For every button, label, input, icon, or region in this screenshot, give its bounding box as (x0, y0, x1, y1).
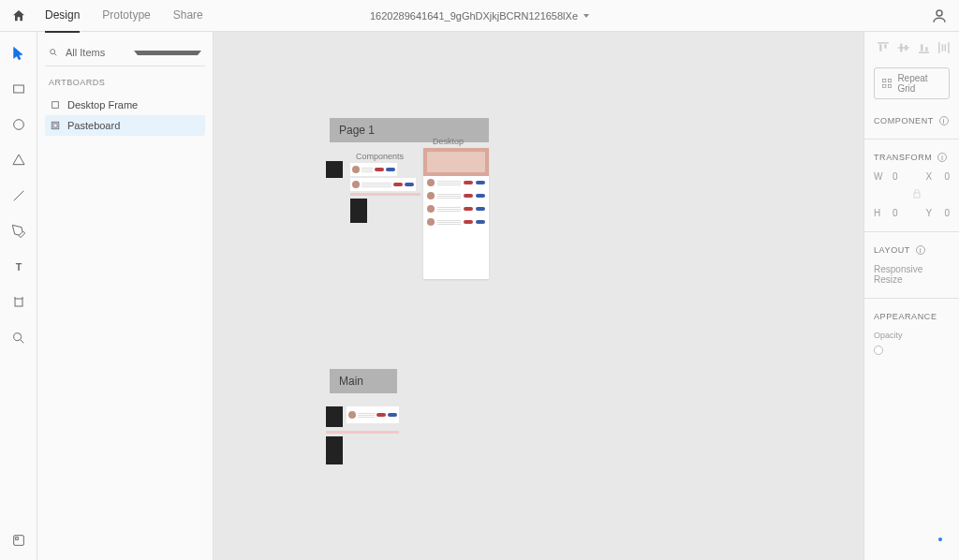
layout-section-header: LAYOUTi (874, 245, 950, 255)
main-strip[interactable] (326, 431, 399, 434)
select-tool[interactable] (10, 45, 27, 62)
svg-rect-17 (878, 42, 889, 43)
width-value[interactable]: 0 (893, 171, 898, 182)
tab-design[interactable]: Design (45, 0, 80, 33)
width-label: W (874, 171, 885, 182)
svg-rect-31 (888, 79, 891, 81)
x-label: X (925, 171, 937, 182)
repeat-grid-label: Repeat Grid (897, 73, 941, 94)
artboard-icon (51, 100, 60, 110)
component-strip[interactable] (350, 193, 420, 196)
svg-point-12 (51, 50, 55, 54)
component-nav[interactable] (350, 199, 367, 223)
svg-rect-19 (884, 44, 886, 48)
svg-rect-24 (921, 44, 922, 51)
layers-section-header: ARTBOARDS (45, 78, 205, 95)
main-nav[interactable] (326, 406, 343, 427)
layers-panel: All Items ARTBOARDS Desktop Frame Pasteb… (37, 32, 214, 560)
layer-item-desktop-frame[interactable]: Desktop Frame (45, 95, 205, 115)
canvas[interactable]: Page 1 Components Desktop Frame Main (214, 32, 863, 560)
inspector-panel: Repeat Grid COMPONENTi TRANSFORMi W 0 X … (863, 32, 959, 560)
svg-point-0 (937, 10, 942, 16)
info-icon[interactable]: i (937, 153, 947, 162)
artboard-tool[interactable] (10, 294, 27, 311)
svg-rect-15 (52, 122, 59, 129)
mode-tabs: Design Prototype Share (45, 0, 203, 33)
artboard-desktop-frame[interactable] (423, 148, 489, 279)
svg-rect-1 (13, 85, 23, 93)
document-title[interactable]: 1620289641641_9gGhDXjkjBCRN121658lXe (370, 10, 589, 22)
tab-prototype[interactable]: Prototype (102, 0, 150, 33)
components-label: Components (356, 152, 404, 161)
chevron-down-icon (583, 14, 589, 18)
component-section-header: COMPONENTi (874, 116, 950, 125)
svg-rect-20 (898, 47, 909, 48)
align-top-icon[interactable] (878, 41, 889, 54)
layers-search[interactable]: All Items (45, 43, 205, 66)
info-icon[interactable]: i (916, 245, 925, 255)
profile-icon[interactable] (931, 7, 948, 24)
svg-rect-34 (914, 193, 920, 198)
main-nav[interactable] (326, 436, 343, 464)
svg-rect-32 (883, 84, 886, 87)
top-bar: Design Prototype Share 1620289641641_9gG… (0, 0, 959, 32)
svg-rect-23 (919, 52, 930, 52)
document-title-text: 1620289641641_9gGhDXjkjBCRN121658lXe (370, 10, 578, 22)
svg-text:T: T (15, 261, 22, 273)
opacity-label: Opacity (874, 331, 950, 340)
component-nav[interactable] (326, 161, 343, 178)
svg-line-3 (13, 191, 23, 201)
appearance-section-header: APPEARANCE (874, 312, 950, 321)
rectangle-tool[interactable] (10, 81, 27, 97)
lock-aspect-icon[interactable] (913, 189, 950, 200)
layer-label: Pasteboard (67, 120, 120, 131)
pasteboard-icon (51, 121, 60, 130)
pen-tool[interactable] (10, 223, 27, 240)
main-card[interactable] (347, 406, 399, 423)
y-label: Y (925, 208, 937, 218)
opacity-slider[interactable] (874, 346, 883, 355)
page-label-main[interactable]: Main (330, 369, 397, 393)
responsive-resize-label[interactable]: Responsive Resize (874, 264, 950, 285)
transform-section-header: TRANSFORMi (874, 153, 950, 162)
svg-rect-14 (52, 102, 59, 109)
align-bottom-icon[interactable] (919, 41, 930, 54)
assets-icon[interactable] (10, 532, 27, 549)
svg-rect-27 (949, 42, 950, 53)
height-label: H (874, 208, 885, 218)
svg-rect-26 (938, 42, 939, 53)
text-tool[interactable]: T (10, 258, 27, 275)
svg-rect-33 (888, 84, 891, 87)
svg-rect-18 (879, 44, 881, 51)
svg-rect-25 (925, 47, 927, 51)
search-placeholder: All Items (66, 47, 126, 58)
svg-line-13 (54, 53, 56, 55)
line-tool[interactable] (10, 187, 27, 204)
layer-item-pasteboard[interactable]: Pasteboard (45, 115, 205, 136)
home-icon[interactable] (11, 8, 26, 23)
svg-rect-30 (883, 79, 886, 81)
polygon-tool[interactable] (10, 152, 27, 169)
svg-rect-28 (942, 44, 943, 51)
svg-rect-29 (945, 44, 946, 51)
chevron-down-icon (134, 51, 202, 55)
component-card[interactable] (350, 163, 397, 176)
height-value[interactable]: 0 (893, 208, 898, 218)
align-controls (874, 41, 950, 54)
zoom-tool[interactable] (10, 330, 27, 346)
svg-rect-5 (15, 299, 22, 306)
align-middle-icon[interactable] (898, 41, 909, 54)
distribute-icon[interactable] (938, 41, 950, 54)
y-value[interactable]: 0 (944, 208, 950, 218)
component-card[interactable] (350, 178, 416, 191)
info-icon[interactable]: i (939, 116, 949, 125)
x-value[interactable]: 0 (944, 171, 950, 182)
ellipse-tool[interactable] (10, 116, 27, 133)
repeat-grid-button[interactable]: Repeat Grid (874, 67, 950, 99)
svg-rect-22 (905, 45, 907, 51)
sync-indicator (938, 538, 942, 541)
svg-rect-21 (900, 44, 902, 52)
svg-point-2 (13, 120, 23, 130)
tab-share[interactable]: Share (173, 0, 203, 33)
svg-point-8 (13, 333, 21, 341)
